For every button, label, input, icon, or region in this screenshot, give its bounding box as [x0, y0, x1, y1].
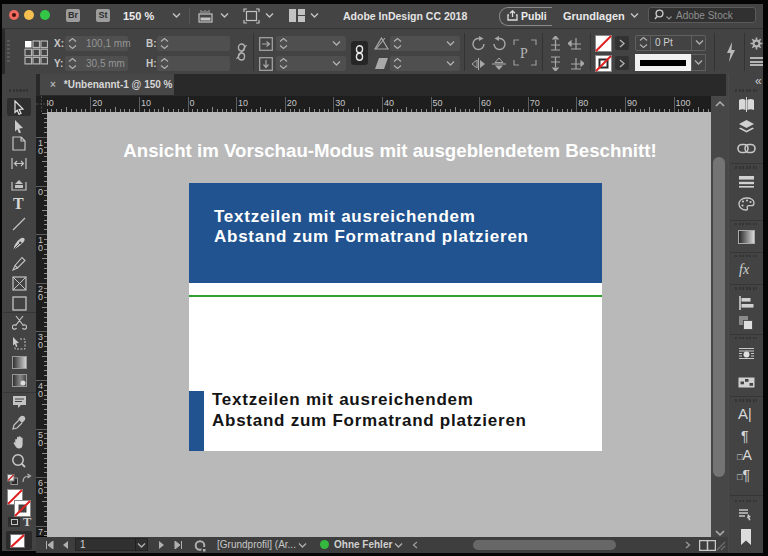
- svg-text:P: P: [520, 46, 528, 61]
